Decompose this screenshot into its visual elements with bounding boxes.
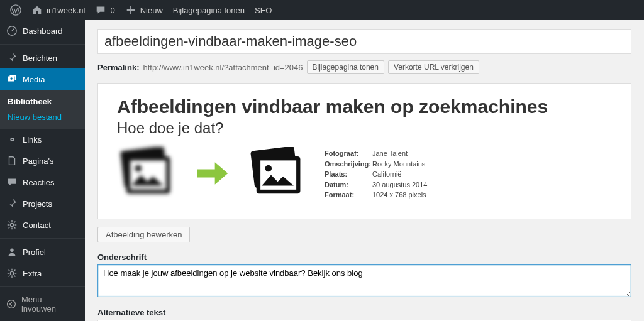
title-input[interactable] <box>97 29 631 54</box>
user-icon <box>6 246 18 258</box>
sidebar-item-label: Pagina's <box>23 156 53 166</box>
sidebar-item-links[interactable]: Links <box>0 129 85 150</box>
home-icon <box>31 4 43 16</box>
link-icon <box>6 134 18 145</box>
gear-icon <box>6 268 18 279</box>
permalink-url: http://www.in1week.nl/?attachment_id=204… <box>143 63 303 72</box>
svg-point-4 <box>10 249 13 252</box>
sidebar-item-dashboard[interactable]: Dashboard <box>0 20 85 41</box>
arrow-icon <box>194 158 230 191</box>
dashboard-icon <box>6 25 18 36</box>
comment-icon <box>95 4 106 16</box>
seo-link[interactable]: SEO <box>250 0 277 20</box>
sidebar-item-label: Links <box>23 135 42 144</box>
permalink-label: Permalink: <box>97 63 139 72</box>
sidebar-item-label: Profiel <box>23 248 46 257</box>
view-attachment-button[interactable]: Bijlagepagina tonen <box>307 60 384 74</box>
sidebar-item-projects[interactable]: Projects <box>0 193 85 214</box>
collapse-icon <box>6 299 16 309</box>
sidebar-item-label: Media <box>23 75 45 84</box>
wp-logo[interactable] <box>5 0 26 20</box>
new-content-link[interactable]: Nieuw <box>120 0 168 20</box>
new-label: Nieuw <box>140 6 163 15</box>
pin-icon <box>6 198 18 209</box>
preview-title: Afbeeldingen vindbaar maken op zoekmachi… <box>117 96 612 118</box>
blurred-image-icon <box>117 147 177 202</box>
sidebar-item-extra[interactable]: Extra <box>0 263 85 284</box>
sidebar-item-comments[interactable]: Reacties <box>0 171 85 193</box>
preview-subtitle: Hoe doe je dat? <box>117 119 612 137</box>
sidebar-item-label: Reacties <box>23 178 55 187</box>
wordpress-icon <box>10 4 21 16</box>
short-url-button[interactable]: Verkorte URL verkrijgen <box>388 60 479 74</box>
svg-point-14 <box>265 165 272 171</box>
caption-label: Onderschrift <box>97 253 631 262</box>
sidebar-item-media[interactable]: Media <box>0 68 85 90</box>
preview-meta: Fotograaf:Jane Talent Omschrijving:Rocky… <box>325 148 427 200</box>
svg-point-2 <box>10 77 13 80</box>
sharp-image-icon <box>247 147 307 202</box>
collapse-label: Menu invouwen <box>21 295 79 313</box>
plus-icon <box>125 4 136 16</box>
sidebar-item-label: Contact <box>23 220 51 230</box>
collapse-menu[interactable]: Menu invouwen <box>0 290 85 318</box>
edit-image-button[interactable]: Afbeelding bewerken <box>97 227 190 242</box>
admin-toolbar: in1week.nl 0 Nieuw Bijlagepagina tonen S… <box>0 0 644 20</box>
pin-icon <box>6 52 18 63</box>
page-icon <box>6 155 18 166</box>
svg-point-10 <box>135 165 142 171</box>
submenu-new-file[interactable]: Nieuw bestand <box>0 109 85 125</box>
comments-link[interactable]: 0 <box>90 0 119 20</box>
site-name: in1week.nl <box>47 6 85 15</box>
alt-text-label: Alternatieve tekst <box>97 308 631 317</box>
comments-count: 0 <box>110 6 114 15</box>
sidebar-item-label: Extra <box>23 269 42 278</box>
comment-icon <box>6 177 18 188</box>
svg-point-6 <box>8 300 16 308</box>
permalink-row: Permalink: http://www.in1week.nl/?attach… <box>97 60 631 74</box>
main-content: Permalink: http://www.in1week.nl/?attach… <box>85 20 644 321</box>
sidebar-item-label: Dashboard <box>23 26 63 36</box>
submenu-library[interactable]: Bibliotheek <box>0 94 85 109</box>
svg-point-5 <box>10 271 13 275</box>
gear-icon <box>6 219 18 231</box>
sidebar-item-label: Berichten <box>23 53 57 63</box>
sidebar-item-label: Projects <box>23 199 52 209</box>
sidebar-item-contact[interactable]: Contact <box>0 214 85 236</box>
sidebar-item-posts[interactable]: Berichten <box>0 47 85 68</box>
sidebar-item-pages[interactable]: Pagina's <box>0 150 85 171</box>
sidebar-item-profile[interactable]: Profiel <box>0 241 85 263</box>
view-attachment-link[interactable]: Bijlagepagina tonen <box>168 0 250 20</box>
media-icon <box>6 73 18 85</box>
caption-textarea[interactable] <box>97 264 631 297</box>
submenu-media: Bibliotheek Nieuw bestand <box>0 90 85 129</box>
svg-point-3 <box>10 223 13 226</box>
admin-sidebar: Dashboard Berichten Media Bibliotheek Ni… <box>0 20 85 321</box>
media-preview: Afbeeldingen vindbaar maken op zoekmachi… <box>97 83 631 219</box>
site-name-link[interactable]: in1week.nl <box>26 0 90 20</box>
